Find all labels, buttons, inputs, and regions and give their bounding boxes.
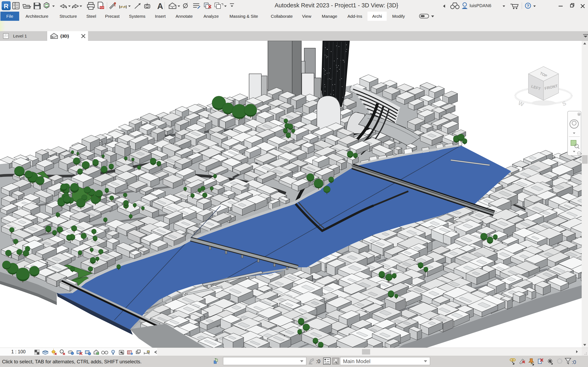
svg-text:1: 1 — [146, 5, 148, 8]
svg-text:x: x — [579, 113, 580, 116]
svg-text:A: A — [157, 2, 163, 11]
svg-text::0: :0 — [316, 359, 320, 364]
svg-text:W: W — [517, 100, 525, 108]
svg-text:PDF: PDF — [100, 6, 104, 9]
svg-text:?: ? — [527, 3, 529, 8]
svg-text::0: :0 — [572, 359, 576, 365]
svg-text:Main Model: Main Model — [343, 358, 370, 364]
svg-text:R: R — [4, 2, 8, 10]
